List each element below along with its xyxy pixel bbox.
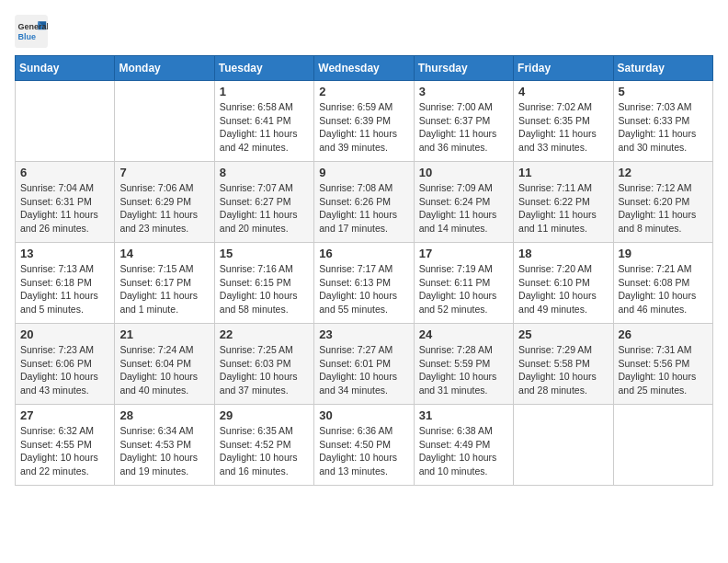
day-number: 10 bbox=[419, 166, 508, 179]
day-info: Sunrise: 7:11 AM Sunset: 6:22 PM Dayligh… bbox=[518, 181, 608, 236]
day-number: 3 bbox=[419, 85, 508, 98]
calendar-cell: 26Sunrise: 7:31 AM Sunset: 5:56 PM Dayli… bbox=[613, 324, 712, 405]
day-number: 28 bbox=[119, 408, 209, 422]
weekday-header-saturday: Saturday bbox=[613, 56, 712, 81]
calendar-cell: 12Sunrise: 7:12 AM Sunset: 6:20 PM Dayli… bbox=[613, 162, 712, 243]
day-info: Sunrise: 6:35 AM Sunset: 4:52 PM Dayligh… bbox=[220, 424, 309, 478]
calendar-cell bbox=[514, 405, 613, 486]
day-info: Sunrise: 6:59 AM Sunset: 6:39 PM Dayligh… bbox=[319, 100, 408, 155]
day-info: Sunrise: 7:03 AM Sunset: 6:33 PM Dayligh… bbox=[619, 100, 708, 155]
day-number: 15 bbox=[220, 247, 309, 260]
day-number: 9 bbox=[319, 166, 408, 179]
calendar-cell: 24Sunrise: 7:28 AM Sunset: 5:59 PM Dayli… bbox=[414, 324, 513, 405]
day-number: 21 bbox=[119, 327, 209, 341]
day-number: 5 bbox=[619, 85, 708, 98]
day-info: Sunrise: 7:29 AM Sunset: 5:58 PM Dayligh… bbox=[518, 343, 608, 397]
day-info: Sunrise: 7:27 AM Sunset: 6:01 PM Dayligh… bbox=[319, 343, 408, 397]
calendar-cell bbox=[613, 405, 712, 486]
svg-text:General: General bbox=[18, 22, 48, 31]
calendar-cell: 17Sunrise: 7:19 AM Sunset: 6:11 PM Dayli… bbox=[414, 243, 513, 324]
calendar-cell bbox=[16, 81, 115, 162]
calendar-cell: 16Sunrise: 7:17 AM Sunset: 6:13 PM Dayli… bbox=[314, 243, 414, 324]
day-info: Sunrise: 7:13 AM Sunset: 6:18 PM Dayligh… bbox=[20, 262, 109, 316]
day-number: 22 bbox=[220, 327, 309, 341]
calendar-cell: 1Sunrise: 6:58 AM Sunset: 6:41 PM Daylig… bbox=[214, 81, 313, 162]
calendar-cell: 5Sunrise: 7:03 AM Sunset: 6:33 PM Daylig… bbox=[613, 81, 712, 162]
day-info: Sunrise: 7:24 AM Sunset: 6:04 PM Dayligh… bbox=[119, 343, 209, 397]
day-number: 18 bbox=[518, 247, 608, 260]
day-number: 24 bbox=[419, 327, 508, 341]
day-info: Sunrise: 7:04 AM Sunset: 6:31 PM Dayligh… bbox=[20, 181, 109, 236]
day-info: Sunrise: 7:16 AM Sunset: 6:15 PM Dayligh… bbox=[220, 262, 309, 316]
calendar-week-2: 6Sunrise: 7:04 AM Sunset: 6:31 PM Daylig… bbox=[16, 162, 713, 243]
day-number: 23 bbox=[319, 327, 408, 341]
day-info: Sunrise: 7:07 AM Sunset: 6:27 PM Dayligh… bbox=[220, 181, 309, 236]
day-number: 1 bbox=[220, 85, 309, 98]
calendar-cell: 6Sunrise: 7:04 AM Sunset: 6:31 PM Daylig… bbox=[16, 162, 115, 243]
calendar-cell: 19Sunrise: 7:21 AM Sunset: 6:08 PM Dayli… bbox=[613, 243, 712, 324]
calendar-table: SundayMondayTuesdayWednesdayThursdayFrid… bbox=[15, 55, 713, 486]
weekday-header-tuesday: Tuesday bbox=[214, 56, 313, 81]
svg-text:Blue: Blue bbox=[18, 32, 37, 41]
day-info: Sunrise: 6:38 AM Sunset: 4:49 PM Dayligh… bbox=[419, 424, 508, 478]
calendar-cell: 3Sunrise: 7:00 AM Sunset: 6:37 PM Daylig… bbox=[414, 81, 513, 162]
calendar-cell: 9Sunrise: 7:08 AM Sunset: 6:26 PM Daylig… bbox=[314, 162, 414, 243]
day-number: 14 bbox=[119, 247, 209, 260]
day-number: 19 bbox=[619, 247, 708, 260]
day-number: 7 bbox=[119, 166, 209, 179]
day-number: 31 bbox=[419, 408, 508, 422]
day-info: Sunrise: 7:20 AM Sunset: 6:10 PM Dayligh… bbox=[518, 262, 608, 316]
page-header: General Blue bbox=[15, 15, 713, 48]
weekday-header-friday: Friday bbox=[514, 56, 613, 81]
day-info: Sunrise: 7:28 AM Sunset: 5:59 PM Dayligh… bbox=[419, 343, 508, 397]
calendar-cell: 11Sunrise: 7:11 AM Sunset: 6:22 PM Dayli… bbox=[514, 162, 613, 243]
calendar-cell: 15Sunrise: 7:16 AM Sunset: 6:15 PM Dayli… bbox=[214, 243, 313, 324]
day-number: 13 bbox=[20, 247, 109, 260]
day-info: Sunrise: 7:02 AM Sunset: 6:35 PM Dayligh… bbox=[518, 100, 608, 155]
day-info: Sunrise: 7:08 AM Sunset: 6:26 PM Dayligh… bbox=[319, 181, 408, 236]
weekday-header-wednesday: Wednesday bbox=[314, 56, 414, 81]
calendar-cell: 22Sunrise: 7:25 AM Sunset: 6:03 PM Dayli… bbox=[214, 324, 313, 405]
calendar-cell: 13Sunrise: 7:13 AM Sunset: 6:18 PM Dayli… bbox=[16, 243, 115, 324]
day-number: 4 bbox=[518, 85, 608, 98]
weekday-header-thursday: Thursday bbox=[414, 56, 513, 81]
calendar-cell: 29Sunrise: 6:35 AM Sunset: 4:52 PM Dayli… bbox=[214, 405, 313, 486]
calendar-week-5: 27Sunrise: 6:32 AM Sunset: 4:55 PM Dayli… bbox=[16, 405, 713, 486]
calendar-cell: 7Sunrise: 7:06 AM Sunset: 6:29 PM Daylig… bbox=[115, 162, 214, 243]
calendar-cell: 23Sunrise: 7:27 AM Sunset: 6:01 PM Dayli… bbox=[314, 324, 414, 405]
day-info: Sunrise: 6:32 AM Sunset: 4:55 PM Dayligh… bbox=[20, 424, 109, 478]
calendar-cell: 4Sunrise: 7:02 AM Sunset: 6:35 PM Daylig… bbox=[514, 81, 613, 162]
day-number: 12 bbox=[619, 166, 708, 179]
calendar-body: 1Sunrise: 6:58 AM Sunset: 6:41 PM Daylig… bbox=[16, 81, 713, 486]
logo-icon: General Blue bbox=[15, 15, 48, 48]
weekday-header-sunday: Sunday bbox=[16, 56, 115, 81]
calendar-cell: 18Sunrise: 7:20 AM Sunset: 6:10 PM Dayli… bbox=[514, 243, 613, 324]
day-number: 17 bbox=[419, 247, 508, 260]
day-info: Sunrise: 6:58 AM Sunset: 6:41 PM Dayligh… bbox=[220, 100, 309, 155]
weekday-header-row: SundayMondayTuesdayWednesdayThursdayFrid… bbox=[16, 56, 713, 81]
day-number: 25 bbox=[518, 327, 608, 341]
calendar-week-4: 20Sunrise: 7:23 AM Sunset: 6:06 PM Dayli… bbox=[16, 324, 713, 405]
day-info: Sunrise: 7:15 AM Sunset: 6:17 PM Dayligh… bbox=[119, 262, 209, 316]
calendar-week-3: 13Sunrise: 7:13 AM Sunset: 6:18 PM Dayli… bbox=[16, 243, 713, 324]
day-number: 11 bbox=[518, 166, 608, 179]
calendar-cell bbox=[115, 81, 214, 162]
calendar-cell: 8Sunrise: 7:07 AM Sunset: 6:27 PM Daylig… bbox=[214, 162, 313, 243]
day-info: Sunrise: 7:17 AM Sunset: 6:13 PM Dayligh… bbox=[319, 262, 408, 316]
day-info: Sunrise: 7:23 AM Sunset: 6:06 PM Dayligh… bbox=[20, 343, 109, 397]
day-info: Sunrise: 7:12 AM Sunset: 6:20 PM Dayligh… bbox=[619, 181, 708, 236]
day-info: Sunrise: 7:06 AM Sunset: 6:29 PM Dayligh… bbox=[119, 181, 209, 236]
calendar-cell: 27Sunrise: 6:32 AM Sunset: 4:55 PM Dayli… bbox=[16, 405, 115, 486]
calendar-cell: 14Sunrise: 7:15 AM Sunset: 6:17 PM Dayli… bbox=[115, 243, 214, 324]
day-number: 20 bbox=[20, 327, 109, 341]
day-info: Sunrise: 7:31 AM Sunset: 5:56 PM Dayligh… bbox=[619, 343, 708, 397]
calendar-cell: 10Sunrise: 7:09 AM Sunset: 6:24 PM Dayli… bbox=[414, 162, 513, 243]
calendar-cell: 21Sunrise: 7:24 AM Sunset: 6:04 PM Dayli… bbox=[115, 324, 214, 405]
logo: General Blue bbox=[15, 15, 48, 48]
calendar-cell: 28Sunrise: 6:34 AM Sunset: 4:53 PM Dayli… bbox=[115, 405, 214, 486]
day-number: 2 bbox=[319, 85, 408, 98]
day-info: Sunrise: 7:19 AM Sunset: 6:11 PM Dayligh… bbox=[419, 262, 508, 316]
calendar-cell: 31Sunrise: 6:38 AM Sunset: 4:49 PM Dayli… bbox=[414, 405, 513, 486]
day-info: Sunrise: 7:21 AM Sunset: 6:08 PM Dayligh… bbox=[619, 262, 708, 316]
day-number: 29 bbox=[220, 408, 309, 422]
